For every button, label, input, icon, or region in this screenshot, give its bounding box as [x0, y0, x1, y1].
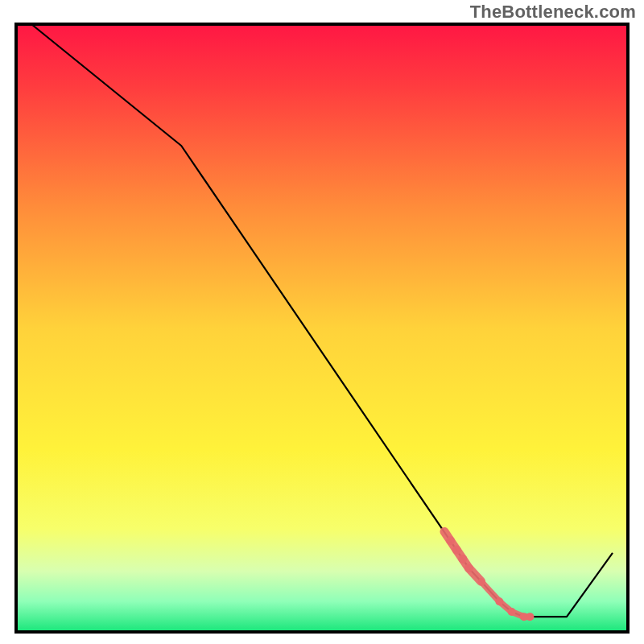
chart-container: TheBottleneck.com	[0, 0, 644, 644]
bottleneck-chart	[0, 0, 644, 644]
highlight-dot	[495, 597, 503, 605]
gradient-background	[16, 24, 628, 632]
highlight-dot	[508, 608, 516, 616]
watermark-text: TheBottleneck.com	[470, 2, 636, 23]
highlight-dot	[526, 613, 534, 621]
